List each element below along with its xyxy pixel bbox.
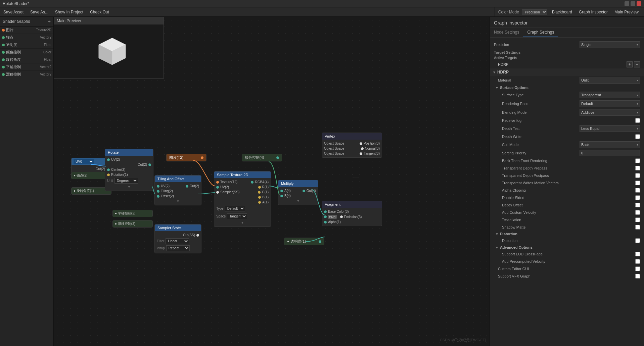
back-front-checkbox[interactable]: [635, 158, 640, 163]
tiling-ctrl-node[interactable]: ● 平铺控制(2): [112, 210, 153, 217]
hdrp-section-header[interactable]: ▼ HDRP: [490, 68, 644, 76]
tessellation-label: Tessellation: [502, 218, 635, 222]
support-vfx-checkbox[interactable]: [635, 274, 640, 279]
tiling-offset-node[interactable]: Tiling And Offset UV(2) Out(2) Tiling(2)…: [154, 175, 201, 205]
rotate-node-header: Rotate: [105, 149, 153, 156]
sample-texture-node[interactable]: Sample Texture 2D Texture(T2) RGBA(4) UV…: [214, 171, 271, 227]
precomputed-velocity-row: Add Precomputed Velocity: [490, 258, 644, 265]
preview-header[interactable]: Main Preview: [54, 17, 164, 24]
tessellation-checkbox[interactable]: [635, 217, 640, 222]
property-dot: [2, 29, 5, 32]
uv0-select[interactable]: UV0UV1UV2: [74, 159, 94, 164]
property-name: 锚点: [6, 35, 39, 40]
sorting-priority-label: Sorting Priority: [502, 151, 580, 155]
material-select[interactable]: UnlitLit: [580, 77, 640, 84]
property-item[interactable]: 透明度 Float: [0, 41, 53, 49]
color-ctrl-node[interactable]: 颜色控制(4): [242, 154, 282, 161]
minimize-btn[interactable]: [625, 1, 629, 6]
cull-mode-select[interactable]: BackFrontOff: [580, 141, 640, 148]
st-b: B(1): [214, 195, 271, 200]
save-asset-menu[interactable]: Save Asset: [2, 9, 25, 15]
transparent-motion-checkbox[interactable]: [635, 181, 640, 185]
check-out-menu[interactable]: Check Out: [89, 9, 110, 15]
remove-target-btn[interactable]: −: [634, 61, 640, 67]
transparency-node[interactable]: ● 透明度(1): [284, 238, 324, 245]
precision-select[interactable]: Precision Half Single: [522, 9, 547, 15]
precision-select-wrapper[interactable]: SingleHalf: [580, 41, 640, 48]
property-item[interactable]: 颜色控制 Color: [0, 49, 53, 56]
transparent-postpass-label: Transparent Depth Postpass: [502, 174, 635, 178]
maximize-btn[interactable]: [631, 1, 635, 6]
distortion-checkbox[interactable]: [635, 238, 640, 243]
property-item[interactable]: 平铺控制 Vector2: [0, 63, 53, 71]
blackboard-btn[interactable]: Blackboard: [550, 9, 574, 15]
depth-test-select[interactable]: Less EqualLessGreaterAlways: [580, 125, 640, 132]
depth-offset-checkbox[interactable]: [635, 203, 640, 207]
double-sided-checkbox[interactable]: [635, 195, 640, 200]
fragment-basecolor: Base Color(3): [322, 209, 382, 214]
st-expand[interactable]: ▼: [214, 220, 271, 225]
material-select-wrapper[interactable]: UnlitLit: [580, 77, 640, 84]
st-space-select[interactable]: Tangent: [227, 213, 247, 219]
precomputed-velocity-checkbox[interactable]: [635, 259, 640, 264]
rotate-node[interactable]: Rotate UV(2) Out(2) Center(2) Rotation(1…: [105, 149, 153, 191]
alpha-clipping-row: Alpha Clipping: [490, 187, 644, 194]
canvas-area[interactable]: Main Preview UV0U: [54, 17, 490, 346]
depth-test-label: Depth Test: [502, 127, 580, 131]
multiply-node[interactable]: Multiply A(4) Out(4) B(4) ▼: [278, 180, 318, 205]
st-uv: UV(2) R(1): [214, 185, 271, 190]
blending-mode-select[interactable]: AdditiveAlphaPremultiply: [580, 109, 640, 116]
graph-inspector-btn[interactable]: Graph Inspector: [577, 9, 610, 15]
add-property-btn[interactable]: +: [48, 19, 51, 24]
rotate-unit-select[interactable]: DegreesRadians: [114, 178, 138, 184]
sampler-wrap-select[interactable]: RepeatClampMirror: [166, 245, 190, 251]
tiling-offset-expand[interactable]: ▼: [155, 199, 201, 204]
tab-graph-settings[interactable]: Graph Settings: [523, 28, 558, 37]
st-sampler: Sampler(SS) G(1): [214, 190, 271, 195]
precision-label: Precision: [494, 43, 580, 47]
tiling-offset-header: Tiling And Offset: [155, 176, 201, 182]
rendering-pass-select[interactable]: DefaultLow Resolution: [580, 100, 640, 107]
sampler-state-node[interactable]: Sampler State Out(SS) Filter LinearPoint…: [154, 224, 201, 253]
tab-node-settings[interactable]: Node Settings: [490, 28, 523, 37]
surface-options-header[interactable]: ▼ Surface Options: [490, 85, 644, 91]
multiply-expand[interactable]: ▼: [278, 198, 318, 203]
custom-velocity-checkbox[interactable]: [635, 210, 640, 215]
show-in-project-menu[interactable]: Show In Project: [54, 9, 85, 15]
distortion-section-header[interactable]: ▼ Distortion: [490, 231, 644, 237]
depth-write-checkbox[interactable]: [635, 134, 640, 139]
property-name: 透明度: [6, 42, 43, 47]
property-item[interactable]: 漂移控制 Vector2: [0, 71, 53, 78]
image-node[interactable]: 图片(T2): [166, 154, 206, 161]
add-target-btn[interactable]: +: [627, 61, 633, 67]
property-item[interactable]: 图片 Texture2D: [0, 27, 53, 34]
panel-title: Shader Graphs: [3, 19, 30, 24]
transparent-postpass-checkbox[interactable]: [635, 173, 640, 178]
back-front-row: Back Then Front Rendering: [490, 157, 644, 164]
property-dot: [2, 44, 5, 46]
close-btn[interactable]: [637, 1, 641, 6]
st-type-select[interactable]: Default: [225, 206, 245, 211]
multiply-title: Multiply: [281, 182, 293, 186]
drift-ctrl-node[interactable]: ● 漂移控制(2): [112, 220, 153, 228]
distortion-section-title: Distortion: [500, 232, 517, 236]
sorting-priority-input[interactable]: [580, 150, 640, 156]
custom-editor-gui-checkbox[interactable]: [635, 266, 640, 271]
vertex-node[interactable]: Vertex Object Space Position(3) Object S…: [322, 133, 382, 158]
property-item[interactable]: 锚点 Vector2: [0, 34, 53, 41]
shadow-matte-checkbox[interactable]: [635, 225, 640, 230]
main-preview-btn[interactable]: Main Preview: [612, 9, 641, 15]
alpha-clipping-checkbox[interactable]: [635, 188, 640, 193]
transparent-prepass-checkbox[interactable]: [635, 166, 640, 170]
rotate-expand[interactable]: ▼: [105, 184, 153, 189]
receive-fog-checkbox[interactable]: [635, 118, 640, 123]
sampler-filter-select[interactable]: LinearPointTrilinear: [166, 238, 189, 244]
fragment-node[interactable]: Fragment Base Color(3) HDR Emission(3) A…: [322, 201, 382, 226]
property-item[interactable]: 旋转角度 Float: [0, 56, 53, 63]
surface-type-select[interactable]: TransparentOpaque: [580, 92, 640, 98]
property-type: Texture2D: [36, 28, 51, 32]
save-as-menu[interactable]: Save As...: [29, 9, 50, 15]
advanced-options-header[interactable]: ▼ Advanced Options: [490, 244, 644, 250]
precision-value-select[interactable]: SingleHalf: [580, 41, 640, 48]
support-lod-checkbox[interactable]: [635, 252, 640, 256]
